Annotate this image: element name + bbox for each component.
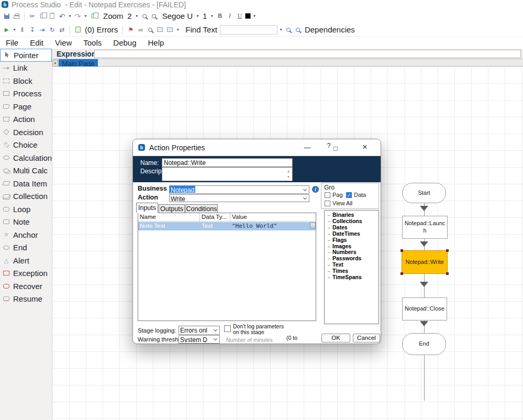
view-all-checkbox[interactable] [325, 201, 330, 206]
palette-calculation[interactable]: Calculation [0, 151, 52, 164]
search-process-icon[interactable] [148, 28, 152, 32]
palette-action[interactable]: Action [0, 113, 52, 126]
column-header-name[interactable]: Name [138, 213, 200, 222]
italic-button[interactable]: I [225, 12, 234, 21]
tab-main-page[interactable]: Main Page [59, 59, 98, 67]
zoom-in-icon[interactable] [142, 14, 147, 18]
expression-input[interactable] [94, 50, 521, 58]
play-button[interactable]: ▶ [2, 25, 11, 35]
ok-button[interactable]: OK [321, 334, 350, 342]
stage-start[interactable]: Start [402, 183, 446, 203]
stage-notepad-write[interactable]: Notepad::Write [402, 250, 448, 274]
selection-handle[interactable] [446, 272, 449, 275]
validate-button[interactable] [73, 25, 82, 35]
step-into-button[interactable]: ↧ [28, 25, 37, 35]
snapshot-button[interactable] [155, 25, 164, 35]
palette-page[interactable]: Page [0, 100, 52, 113]
palette-pointer[interactable]: Pointer [0, 49, 52, 62]
page-filter-checkbox[interactable] [325, 192, 330, 198]
spinner-up-icon[interactable]: ▲ [286, 170, 291, 173]
palette-data-item[interactable]: Data Item [0, 177, 52, 190]
underline-button[interactable]: U [235, 12, 244, 21]
pause-button[interactable]: ‖ [18, 25, 27, 35]
play-dropdown-icon[interactable]: ▾ [12, 27, 17, 32]
find-text-input[interactable] [220, 25, 277, 35]
page-list-dropdown-icon[interactable]: ▾ [52, 60, 58, 67]
view-dropdown-icon[interactable]: ▾ [175, 27, 180, 32]
font-dropdown-icon[interactable]: ▾ [195, 14, 200, 18]
dialog-minimize-button[interactable]: — [302, 139, 313, 155]
tree-item-flags[interactable]: Flags [326, 237, 379, 244]
menu-view[interactable]: View [49, 37, 77, 48]
print-button[interactable] [12, 12, 21, 21]
palette-link[interactable]: Link [0, 62, 52, 75]
redo-dropdown-icon[interactable]: ▾ [83, 14, 88, 18]
warning-threshold-combo[interactable]: System D [179, 335, 220, 344]
palette-alert[interactable]: △ Alert [0, 254, 52, 267]
palette-recover[interactable]: Recover [0, 280, 52, 293]
find-all-icon[interactable] [296, 28, 300, 32]
menu-debug[interactable]: Debug [107, 37, 142, 48]
column-header-datatype[interactable]: Data Ty... [200, 213, 230, 222]
palette-decision[interactable]: Decision [0, 126, 52, 139]
tree-item-datetimes[interactable]: DateTimes [326, 231, 379, 237]
undo-dropdown-icon[interactable]: ▾ [68, 14, 72, 18]
font-name-combo[interactable]: Segoe U [162, 12, 193, 20]
tab-inputs[interactable]: Inputs [136, 203, 158, 213]
action-combo[interactable]: Write [169, 194, 309, 202]
dialog-restore-button[interactable]: □ [331, 140, 340, 156]
cut-button[interactable]: ✂ [28, 12, 37, 21]
restart-button[interactable]: ⇄ [58, 25, 66, 35]
stage-notepad-close[interactable]: Notepad::Close [402, 297, 447, 320]
step-over-button[interactable]: ⇥ [38, 25, 47, 35]
paste-special-button[interactable] [89, 12, 98, 21]
dialog-close-button[interactable]: × [359, 139, 371, 155]
tab-conditions[interactable]: Conditions [185, 204, 218, 213]
copy-button[interactable] [38, 12, 47, 21]
name-input[interactable]: Notepad::Write [162, 158, 293, 167]
breakpoint-flag-icon[interactable]: ⚑ [126, 25, 135, 35]
palette-block[interactable]: Block [0, 74, 52, 87]
cancel-button[interactable]: Cancel [353, 334, 380, 342]
input-row-note-text[interactable]: Note Text Text "Hello World" [138, 222, 316, 230]
expression-edit-icon[interactable] [310, 223, 316, 228]
save-button[interactable] [2, 12, 11, 21]
palette-resume[interactable]: Resume [0, 293, 52, 306]
palette-process[interactable]: Process [0, 87, 52, 101]
selection-handle[interactable] [400, 272, 403, 275]
fullscreen-button[interactable] [165, 25, 174, 35]
description-input[interactable]: ▲ ▼ [162, 167, 293, 181]
font-size-combo[interactable]: 1 [203, 12, 207, 20]
stage-logging-combo[interactable]: Errors onl [179, 326, 220, 335]
zoom-value[interactable]: 2 [127, 12, 131, 20]
font-color-swatch[interactable] [245, 13, 251, 19]
find-dropdown-icon[interactable]: ▾ [279, 27, 283, 32]
business-object-combo[interactable]: Notepad [169, 185, 309, 194]
data-filter-checkbox[interactable]: ✓ [346, 192, 352, 198]
dont-log-checkbox[interactable] [224, 325, 231, 332]
palette-collection[interactable]: Collection [0, 190, 52, 203]
zoom-out-icon[interactable] [152, 14, 156, 18]
palette-multi-calc[interactable]: Multi Calc [0, 164, 52, 178]
palette-anchor[interactable]: Anchor [0, 228, 52, 241]
menu-help[interactable]: Help [142, 37, 170, 48]
step-out-button[interactable]: ↻ [48, 25, 57, 35]
spinner-down-icon[interactable]: ▼ [286, 175, 291, 179]
dependencies-button[interactable]: Dependencies [305, 25, 355, 34]
font-size-dropdown-icon[interactable]: ▾ [209, 14, 214, 18]
menu-edit[interactable]: Edit [24, 37, 49, 48]
column-header-value[interactable]: Value [230, 213, 316, 222]
errors-count[interactable]: (0) Errors [85, 25, 118, 34]
stage-end[interactable]: End [402, 333, 446, 355]
palette-end[interactable]: End [0, 241, 52, 255]
palette-choice[interactable]: Choice [0, 139, 52, 152]
palette-loop[interactable]: Loop [0, 203, 52, 216]
tree-item-dates[interactable]: Dates [326, 225, 379, 231]
palette-exception[interactable]: Exception [0, 267, 52, 280]
zoom-dropdown-icon[interactable]: ▾ [135, 14, 139, 18]
undo-button[interactable]: ↶ [58, 12, 66, 21]
tree-item-timespans[interactable]: TimeSpans [326, 274, 379, 281]
menu-tools[interactable]: Tools [77, 37, 107, 48]
selection-handle[interactable] [446, 249, 449, 252]
selection-handle[interactable] [400, 249, 403, 252]
